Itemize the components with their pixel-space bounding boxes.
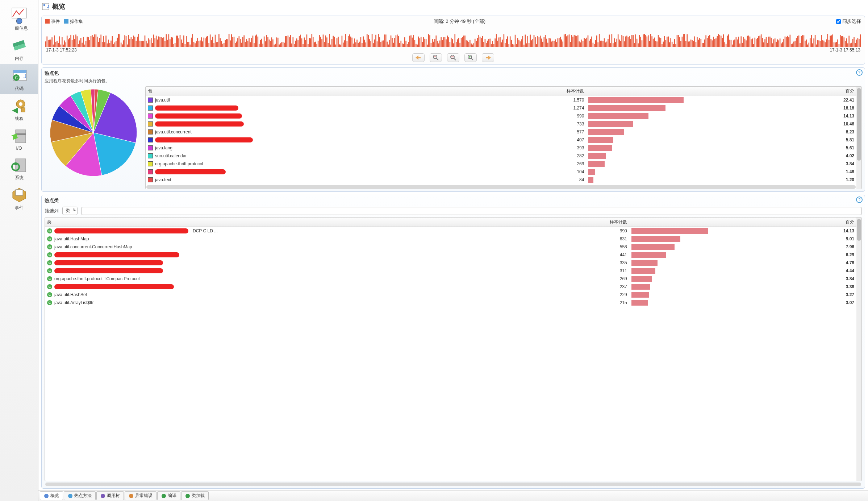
sidebar-item-events[interactable]: 事件 — [0, 183, 38, 213]
table-row[interactable]: Cjava.util.HashSet2293.27 — [45, 291, 856, 299]
table-row[interactable]: java.util1,57022.41 — [146, 96, 856, 104]
svg-rect-620 — [792, 44, 793, 47]
svg-rect-655 — [836, 42, 837, 47]
svg-rect-83 — [118, 34, 119, 47]
table-row[interactable]: C3354.78 — [45, 259, 856, 267]
hot-classes-section: 热点类 ? 筛选列 类 类 样本计数 百分 CDCP C LD ...99014… — [41, 195, 865, 489]
horizontal-scrollbar[interactable] — [146, 185, 856, 189]
sidebar-item-system[interactable]: 系统 — [0, 153, 38, 183]
svg-rect-288 — [375, 35, 376, 47]
svg-rect-270 — [353, 44, 354, 47]
table-row[interactable]: 1,27418.18 — [146, 104, 856, 112]
tab-hotmethods[interactable]: 热点方法 — [64, 491, 96, 500]
table-row[interactable]: java.lang3935.61 — [146, 144, 856, 152]
svg-rect-616 — [787, 36, 788, 47]
svg-rect-234 — [308, 44, 309, 47]
svg-rect-439 — [565, 34, 566, 47]
col-class[interactable]: 类 — [45, 218, 532, 227]
svg-rect-63 — [93, 37, 94, 47]
svg-rect-186 — [247, 41, 249, 47]
table-row[interactable]: 73310.46 — [146, 120, 856, 128]
vertical-scrollbar[interactable] — [856, 87, 861, 189]
help-icon[interactable]: ? — [856, 196, 863, 203]
col-percent[interactable]: 百分 — [686, 87, 856, 96]
table-row[interactable]: 4075.81 — [146, 136, 856, 144]
svg-rect-86 — [122, 44, 123, 47]
table-row[interactable]: C2373.38 — [45, 283, 856, 291]
table-row[interactable]: java.text841.20 — [146, 176, 856, 184]
table-row[interactable]: CDCP C LD ...99014.13 — [45, 227, 856, 235]
table-row[interactable]: Cjava.util.ArrayList$Itr2153.07 — [45, 299, 856, 307]
svg-rect-467 — [600, 41, 601, 47]
svg-rect-454 — [584, 38, 585, 47]
sync-select-checkbox[interactable]: 同步选择 — [836, 18, 861, 25]
filter-input[interactable] — [81, 207, 862, 215]
zoom-in-button[interactable] — [464, 53, 477, 62]
svg-rect-602 — [769, 37, 771, 47]
sidebar-item-threads[interactable]: 线程 — [0, 94, 38, 124]
table-row[interactable]: C3114.44 — [45, 267, 856, 275]
svg-rect-560 — [717, 36, 718, 47]
svg-rect-258 — [338, 37, 339, 47]
vertical-scrollbar[interactable] — [856, 218, 861, 481]
svg-rect-302 — [393, 43, 394, 47]
table-row[interactable]: C4416.29 — [45, 251, 856, 259]
svg-rect-494 — [634, 43, 635, 47]
memory-icon — [11, 37, 28, 54]
svg-rect-35 — [58, 43, 59, 47]
svg-rect-331 — [429, 35, 430, 47]
svg-rect-101 — [141, 41, 142, 47]
sidebar-item-io[interactable]: I/O — [0, 124, 38, 153]
table-row[interactable]: 1041.48 — [146, 168, 856, 176]
svg-rect-670 — [855, 43, 856, 47]
svg-rect-341 — [442, 40, 443, 47]
col-samples[interactable]: 样本计数 — [501, 87, 586, 96]
svg-rect-114 — [157, 40, 158, 47]
nav-forward-button[interactable] — [482, 53, 494, 62]
table-row[interactable]: java.util.concurrent5778.23 — [146, 128, 856, 136]
col-package[interactable]: 包 — [146, 87, 501, 96]
zoom-out-full-button[interactable] — [447, 53, 459, 62]
svg-rect-430 — [554, 41, 555, 47]
table-row[interactable]: Cjava.util.HashMap6319.01 — [45, 235, 856, 243]
table-row[interactable]: Corg.apache.thrift.protocol.TCompactProt… — [45, 275, 856, 283]
tab-overview[interactable]: 概览 — [40, 491, 63, 500]
col-samples[interactable]: 样本计数 — [532, 218, 629, 227]
svg-rect-148 — [200, 41, 201, 47]
svg-rect-445 — [572, 37, 573, 47]
table-row[interactable]: sun.util.calendar2824.02 — [146, 152, 856, 160]
svg-rect-396 — [511, 40, 512, 47]
svg-rect-145 — [196, 41, 197, 47]
svg-rect-242 — [318, 41, 319, 47]
svg-line-681 — [454, 58, 456, 60]
svg-rect-178 — [237, 38, 238, 47]
table-row[interactable]: 99014.13 — [146, 112, 856, 120]
filter-column-select[interactable]: 类 — [62, 207, 78, 215]
tab-exceptions[interactable]: 异常错误 — [125, 491, 157, 500]
table-row[interactable]: Cjava.util.concurrent.ConcurrentHashMap5… — [45, 243, 856, 251]
sidebar-item-code[interactable]: CJ 代码 — [0, 64, 38, 94]
nav-back-button[interactable] — [412, 53, 425, 62]
tab-classload[interactable]: 类加载 — [181, 491, 209, 500]
svg-rect-129 — [176, 36, 177, 47]
sidebar-item-memory[interactable]: 内存 — [0, 34, 38, 64]
tab-compile[interactable]: 编译 — [157, 491, 180, 500]
timeline-chart[interactable] — [45, 27, 861, 47]
svg-rect-312 — [405, 41, 406, 47]
svg-rect-518 — [664, 36, 665, 47]
svg-rect-651 — [831, 36, 832, 47]
svg-rect-606 — [775, 38, 776, 47]
svg-rect-205 — [271, 37, 272, 47]
tab-calltree[interactable]: 调用树 — [96, 491, 124, 500]
horizontal-scrollbar[interactable] — [45, 483, 861, 486]
zoom-out-button[interactable] — [430, 53, 442, 62]
sidebar-item-general[interactable]: 一般信息 — [0, 4, 38, 34]
svg-rect-356 — [461, 38, 462, 47]
svg-rect-163 — [218, 34, 220, 47]
help-icon[interactable]: ? — [856, 69, 863, 76]
svg-rect-119 — [163, 37, 164, 47]
svg-rect-295 — [384, 34, 385, 47]
col-percent[interactable]: 百分 — [710, 218, 856, 227]
table-row[interactable]: org.apache.thrift.protocol2693.84 — [146, 160, 856, 168]
svg-rect-569 — [728, 34, 729, 47]
